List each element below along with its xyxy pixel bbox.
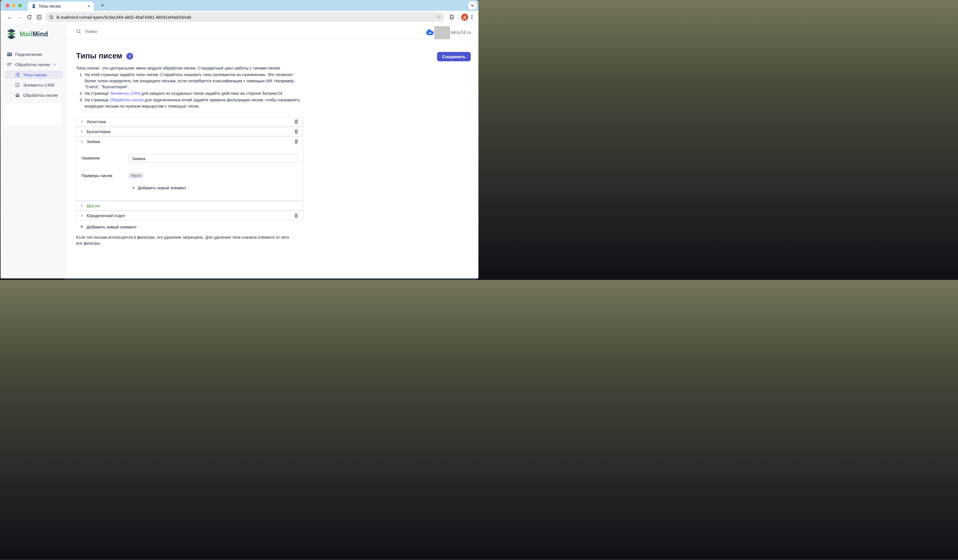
chevron-right-icon[interactable] xyxy=(80,214,83,217)
name-field-label: Название xyxy=(81,154,128,160)
sidebar-item-mail-processing[interactable]: Обработка писем xyxy=(11,91,63,99)
close-window-button[interactable] xyxy=(6,4,10,7)
type-row[interactable]: Другое xyxy=(76,201,303,210)
trash-icon xyxy=(294,139,298,144)
sidebar-item-mail-processing-group[interactable]: ⚙⚙ Обработка писем xyxy=(3,60,63,69)
page-title: Типы писем xyxy=(76,52,122,60)
tab-search-button[interactable] xyxy=(468,2,476,9)
side-panel-button[interactable] xyxy=(34,12,44,22)
extensions-button[interactable] xyxy=(447,12,456,22)
macos-dock-edge xyxy=(65,278,477,280)
sidebar-placeholder-card xyxy=(4,103,61,125)
mailmind-logo-icon xyxy=(6,28,17,40)
examples-field-label: Примеры писем xyxy=(81,172,128,178)
list-icon xyxy=(15,73,20,77)
side-panel-icon xyxy=(36,14,42,20)
main-area: 24 bitrix24.ru Сохранить Типы писем i Ти… xyxy=(66,23,479,278)
tab-close-icon[interactable]: × xyxy=(87,4,91,9)
plus-icon: + xyxy=(132,185,135,190)
site-info-icon[interactable] xyxy=(49,15,54,20)
sidebar-item-label: Обработка писем xyxy=(23,93,58,98)
search-input[interactable] xyxy=(85,29,148,34)
bitrix24-badge-icon: 24 xyxy=(426,31,433,35)
global-search[interactable] xyxy=(76,29,148,34)
minimize-window-button[interactable] xyxy=(12,4,16,7)
add-type-button[interactable]: + Добавить новый элемент xyxy=(80,224,136,229)
back-button[interactable]: ← xyxy=(5,12,15,22)
search-icon xyxy=(76,29,81,34)
url-text: lk.mailmind.ru/mail-types/5cdac349-a802-… xyxy=(57,15,191,20)
open-envelope-icon xyxy=(15,93,20,97)
chevron-right-icon[interactable] xyxy=(80,204,83,207)
type-item-other: Другое xyxy=(76,201,303,210)
type-row[interactable]: Заявка xyxy=(76,137,303,146)
portal-account: 24 bitrix24.ru xyxy=(426,26,471,39)
delete-type-button[interactable] xyxy=(293,128,299,134)
intro-text: Типы писем - это центральное звено модул… xyxy=(76,65,305,109)
puzzle-icon xyxy=(449,14,454,20)
intro-step: 1. На этой странице задайте типы писем. … xyxy=(76,72,305,90)
type-row[interactable]: Логистика xyxy=(76,117,303,126)
new-tab-button[interactable]: + xyxy=(98,2,106,9)
type-item-accounting: Бухгалтерия xyxy=(76,127,303,136)
sidebar: MailMind Подключения ⚙⚙ Обработка писем xyxy=(0,23,66,278)
sidebar-item-label: Типы писем xyxy=(23,73,46,77)
type-row[interactable]: Бухгалтерия xyxy=(76,127,303,136)
sidebar-item-crm-elements[interactable]: Элементы CRM xyxy=(11,81,63,89)
chevron-right-icon[interactable] xyxy=(80,120,83,123)
chevron-down-icon xyxy=(471,3,474,6)
trash-icon xyxy=(294,119,298,124)
intro-step: 2. На странице Элементы CRM для каждого … xyxy=(76,90,305,97)
intro-step: 3. На странице Обработка писем для подкл… xyxy=(76,97,305,109)
plus-icon: + xyxy=(80,224,84,229)
sidebar-item-label: Обработка писем xyxy=(15,62,50,67)
reload-button[interactable] xyxy=(24,12,34,22)
redacted-portal-name xyxy=(434,26,450,39)
trash-icon xyxy=(294,213,298,218)
chevron-right-icon[interactable] xyxy=(80,140,83,143)
envelope-icon xyxy=(7,52,12,56)
empty-badge: Пусто xyxy=(128,172,143,179)
add-example-button[interactable]: + Добавить новый элемент xyxy=(132,185,298,190)
checkbox-icon xyxy=(15,83,20,87)
mail-processing-link[interactable]: Обработка писем xyxy=(110,98,143,102)
forward-button[interactable]: → xyxy=(15,12,24,22)
bookmark-star-icon[interactable]: ☆ xyxy=(436,14,441,20)
delete-type-button[interactable] xyxy=(293,213,299,218)
delete-type-button[interactable] xyxy=(293,139,299,144)
sidebar-nav: Подключения ⚙⚙ Обработка писем Типы писе… xyxy=(0,50,66,99)
traffic-lights xyxy=(6,4,22,7)
browser-toolbar: ← → lk.mailmind.ru/mail-types/5cdac349-a… xyxy=(0,11,479,23)
page-content: Типы писем i Типы писем - это центрально… xyxy=(66,40,312,246)
info-icon[interactable]: i xyxy=(126,53,133,60)
tab-strip: Типы писем × + xyxy=(0,0,479,11)
browser-tab[interactable]: Типы писем × xyxy=(28,2,94,11)
brand-logo[interactable]: MailMind xyxy=(6,28,66,40)
profile-avatar[interactable]: Д xyxy=(461,14,468,21)
crm-elements-link[interactable]: Элементы CRM xyxy=(110,91,140,96)
type-row[interactable]: Юридический отдел xyxy=(76,211,303,220)
browser-menu-button[interactable] xyxy=(468,14,476,21)
reload-icon xyxy=(27,14,32,20)
app-header: 24 bitrix24.ru xyxy=(66,23,479,40)
sidebar-item-label: Подключения xyxy=(15,52,42,57)
save-button[interactable]: Сохранить xyxy=(437,52,471,61)
chevron-down-icon xyxy=(53,63,56,66)
gears-icon: ⚙⚙ xyxy=(7,62,12,67)
intro-lead: Типы писем - это центральное звено модул… xyxy=(76,65,305,71)
portal-domain: bitrix24.ru xyxy=(451,30,471,35)
sidebar-item-label: Элементы CRM xyxy=(23,82,54,87)
chevron-right-icon[interactable] xyxy=(80,130,83,133)
url-bar[interactable]: lk.mailmind.ru/mail-types/5cdac349-a802-… xyxy=(46,12,444,22)
zoom-window-button[interactable] xyxy=(18,4,22,7)
browser-window: Типы писем × + ← → lk.mail xyxy=(0,0,479,278)
sidebar-item-mail-types[interactable]: Типы писем xyxy=(5,70,63,79)
brand-name: MailMind xyxy=(20,30,48,38)
trash-icon xyxy=(294,129,298,134)
type-name-input[interactable] xyxy=(128,154,298,163)
delete-type-button[interactable] xyxy=(293,119,299,125)
favicon-stack-icon xyxy=(32,4,36,8)
mail-types-list: Логистика Бухгалтерия xyxy=(76,117,303,220)
sidebar-item-connections[interactable]: Подключения xyxy=(3,50,63,59)
tab-title: Типы писем xyxy=(39,4,87,8)
